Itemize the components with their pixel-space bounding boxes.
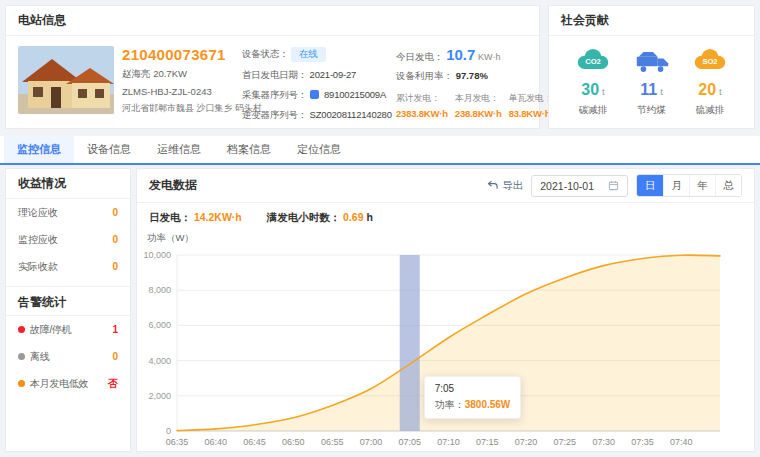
station-capacity: 20.7KW	[153, 68, 187, 79]
social-contribution-panel: 社会贡献 CO2 30t 碳减排	[548, 5, 755, 129]
svg-text:06:50: 06:50	[282, 437, 305, 447]
chart-stats-row: 日发电： 14.2KW·h 满发电小时数： 0.69 h	[137, 203, 754, 225]
export-button[interactable]: 导出	[487, 179, 523, 193]
svg-text:07:40: 07:40	[670, 437, 693, 447]
range-year-button[interactable]: 年	[689, 175, 715, 196]
coal-saved-figure: 11t	[624, 81, 680, 99]
collector-serial: 89100215009A	[324, 89, 386, 100]
sulfur-reduction-unit: t	[719, 86, 722, 97]
income-row-theoretical: 理论应收 0	[6, 199, 130, 226]
coal-saved-label: 节约煤	[624, 104, 680, 117]
house-photo-illustration	[18, 46, 114, 114]
day-generation-value: 14.2KW·h	[194, 211, 242, 223]
contribution-panel-title: 社会贡献	[549, 6, 754, 36]
svg-text:07:00: 07:00	[360, 437, 383, 447]
svg-text:8,000: 8,000	[148, 285, 171, 295]
income-label: 实际收款	[18, 260, 58, 274]
device-status-label: 设备状态：	[242, 48, 289, 59]
carbon-reduction-label: 碳减排	[565, 104, 621, 117]
income-alarm-sidebar: 收益情况 理论应收 0 监控应收 0 实际收款 0 告警统计 故障/停机 1 离…	[5, 168, 131, 452]
alarm-row-offline: 离线 0	[6, 343, 130, 370]
carbon-reduction-item: CO2 30t 碳减排	[565, 46, 621, 117]
chart-controls: 导出 2021-10-01 日 月 年 总	[487, 174, 742, 197]
utilization-label: 设备利用率：	[396, 70, 453, 81]
first-generation-label: 首日发电日期：	[242, 69, 307, 80]
coal-saved-item: 11t 节约煤	[624, 46, 680, 117]
first-generation-date: 2021-09-27	[310, 69, 357, 80]
svg-text:SO2: SO2	[702, 57, 717, 66]
income-value: 0	[112, 261, 118, 272]
tab-operations[interactable]: 运维信息	[144, 136, 214, 163]
svg-text:4,000: 4,000	[148, 356, 171, 366]
first-generation-line: 首日发电日期： 2021-09-27	[242, 69, 388, 82]
carbon-reduction-figure: 30t	[565, 81, 621, 99]
so2-cloud-icon: SO2	[682, 46, 738, 76]
station-owner: 赵海亮	[122, 68, 151, 79]
range-selector: 日 月 年 总	[636, 174, 742, 197]
day-generation-label: 日发电：	[149, 211, 191, 223]
svg-text:6,000: 6,000	[148, 320, 171, 330]
income-value: 0	[112, 234, 118, 245]
svg-text:CO2: CO2	[585, 57, 601, 66]
carbon-reduction-value: 30	[581, 81, 599, 98]
chart-header: 发电数据 导出 2021-10-01 日 月 年	[137, 169, 754, 203]
power-chart[interactable]: 02,0004,0006,0008,00010,00006:3506:4006:…	[137, 247, 754, 451]
utilization-line: 设备利用率： 97.78%	[396, 70, 527, 83]
alarm-label-wrap: 离线	[18, 350, 49, 364]
range-month-button[interactable]: 月	[663, 175, 689, 196]
station-panel-title: 电站信息	[6, 6, 539, 36]
generation-totals: 累计发电： 2383.8KW·h 本月发电： 238.8KW·h 单瓦发电： 8…	[396, 92, 527, 119]
collector-line: 采集器序列号： 89100215009A	[242, 89, 388, 102]
month-generation-value: 238.8KW·h	[455, 108, 502, 119]
y-axis-title: 功率（W）	[147, 232, 754, 245]
svg-text:2,000: 2,000	[148, 391, 171, 401]
tab-monitoring[interactable]: 监控信息	[4, 136, 74, 163]
collector-label: 采集器序列号：	[242, 89, 307, 100]
income-label: 理论应收	[18, 206, 58, 220]
main-tabs: 监控信息 设备信息 运维信息 档案信息 定位信息	[0, 136, 760, 165]
per-watt-generation-value: 83.8KW·h	[509, 108, 553, 119]
power-area-chart[interactable]: 02,0004,0006,0008,00010,00006:3506:4006:…	[137, 247, 732, 451]
alarm-row-low-efficiency: 本月发电低效 否	[6, 370, 130, 397]
full-hours-unit: h	[366, 211, 372, 223]
station-identity: 210400073671 赵海亮 20.7KW ZLMS-HBJ-ZJL-024…	[122, 46, 234, 115]
alarm-value: 0	[112, 351, 118, 362]
income-label: 监控应收	[18, 233, 58, 247]
fault-status-dot	[18, 326, 25, 333]
svg-text:07:20: 07:20	[515, 437, 538, 447]
export-label: 导出	[502, 179, 523, 193]
svg-text:06:55: 06:55	[321, 437, 344, 447]
alarm-row-fault: 故障/停机 1	[6, 316, 130, 343]
full-hours-label: 满发电小时数：	[267, 211, 341, 223]
svg-text:07:35: 07:35	[631, 437, 654, 447]
tab-equipment[interactable]: 设备信息	[74, 136, 144, 163]
today-generation-label: 今日发电：	[396, 51, 444, 62]
station-photo	[18, 46, 114, 114]
date-picker[interactable]: 2021-10-01	[531, 175, 628, 197]
svg-text:0: 0	[166, 426, 171, 436]
tab-archives[interactable]: 档案信息	[214, 136, 284, 163]
coal-saved-value: 11	[640, 81, 657, 98]
alarm-label: 本月发电低效	[30, 378, 88, 389]
svg-text:10,000: 10,000	[143, 250, 171, 260]
range-total-button[interactable]: 总	[715, 175, 741, 196]
alarm-label-wrap: 本月发电低效	[18, 377, 88, 391]
coal-truck-icon	[624, 46, 680, 76]
online-status-badge: 在线	[291, 47, 326, 62]
sulfur-reduction-item: SO2 20t 硫减排	[682, 46, 738, 117]
income-value: 0	[112, 207, 118, 218]
offline-status-dot	[18, 353, 25, 360]
co2-cloud-icon: CO2	[565, 46, 621, 76]
svg-text:06:35: 06:35	[166, 437, 189, 447]
station-address: 河北省邯郸市魏县 沙口集乡 码头村	[122, 102, 234, 115]
station-device-info: 设备状态： 在线 首日发电日期： 2021-09-27 采集器序列号： 8910…	[242, 46, 388, 122]
generation-data-panel: 发电数据 导出 2021-10-01 日 月 年	[136, 168, 755, 452]
collector-signal-icon	[310, 90, 319, 99]
svg-text:07:10: 07:10	[437, 437, 460, 447]
tab-location[interactable]: 定位信息	[284, 136, 354, 163]
month-generation-label: 本月发电：	[455, 92, 502, 105]
alarm-label: 故障/停机	[30, 324, 71, 335]
today-generation-value: 10.7	[446, 46, 475, 63]
range-day-button[interactable]: 日	[637, 175, 663, 196]
chart-panel-title: 发电数据	[149, 177, 197, 194]
